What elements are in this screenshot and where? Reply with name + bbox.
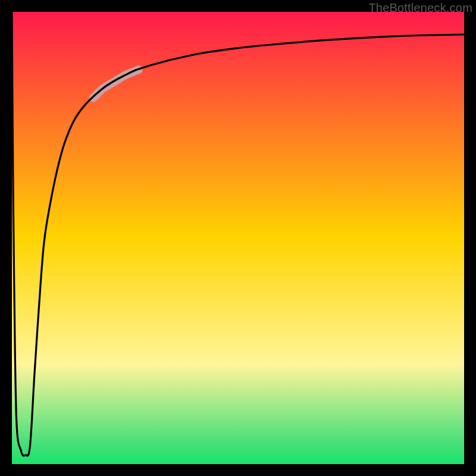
chart-svg <box>12 12 464 464</box>
gradient-background <box>12 12 464 464</box>
chart-frame: TheBottleneck.com <box>0 0 476 476</box>
plot-area <box>12 12 464 464</box>
